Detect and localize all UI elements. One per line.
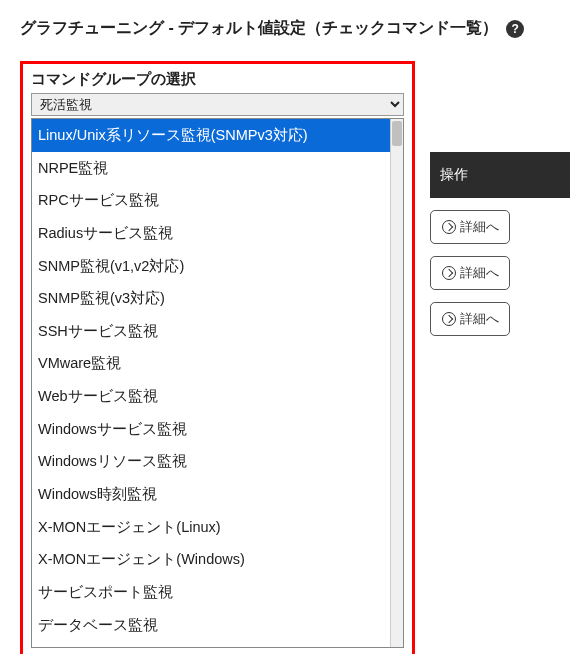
arrow-right-circle-icon <box>442 312 456 326</box>
dropdown-item[interactable]: Windows時刻監視 <box>32 478 390 511</box>
dropdown-item[interactable]: メールサービス監視 <box>32 641 390 647</box>
panel-heading: コマンドグループの選択 <box>31 70 404 89</box>
dropdown-item[interactable]: X-MONエージェント(Linux) <box>32 511 390 544</box>
dropdown-list: Linux/Unix系リソース監視(SNMPv3対応)NRPE監視RPCサービス… <box>32 119 390 647</box>
dropdown-item[interactable]: Windowsサービス監視 <box>32 413 390 446</box>
dropdown-item[interactable]: Linux/Unix系リソース監視(SNMPv3対応) <box>32 119 390 152</box>
dropdown-item[interactable]: SNMP監視(v1,v2対応) <box>32 250 390 283</box>
help-icon[interactable]: ? <box>506 20 524 38</box>
arrow-right-circle-icon <box>442 266 456 280</box>
dropdown-item[interactable]: Windowsリソース監視 <box>32 445 390 478</box>
background-table: 操作 詳細へ 詳細へ 詳細へ <box>430 152 570 336</box>
dropdown-item[interactable]: SSHサービス監視 <box>32 315 390 348</box>
page-title-row: グラフチューニング - デフォルト値設定（チェックコマンド一覧） ? <box>0 0 583 51</box>
dropdown-item[interactable]: データベース監視 <box>32 609 390 642</box>
detail-button-2[interactable]: 詳細へ <box>430 256 510 290</box>
detail-button-3[interactable]: 詳細へ <box>430 302 510 336</box>
detail-button-label: 詳細へ <box>460 264 499 282</box>
dropdown-item[interactable]: VMware監視 <box>32 347 390 380</box>
detail-button-label: 詳細へ <box>460 310 499 328</box>
dropdown-scrollbar-thumb[interactable] <box>392 121 402 146</box>
detail-button-1[interactable]: 詳細へ <box>430 210 510 244</box>
table-header-action: 操作 <box>430 152 570 198</box>
dropdown-item[interactable]: サービスポート監視 <box>32 576 390 609</box>
dropdown-item[interactable]: RPCサービス監視 <box>32 184 390 217</box>
dropdown-scrollbar[interactable] <box>390 119 403 647</box>
command-group-dropdown: Linux/Unix系リソース監視(SNMPv3対応)NRPE監視RPCサービス… <box>31 118 404 648</box>
command-group-panel: コマンドグループの選択 死活監視 Linux/Unix系リソース監視(SNMPv… <box>20 61 415 654</box>
dropdown-item[interactable]: X-MONエージェント(Windows) <box>32 543 390 576</box>
dropdown-item[interactable]: NRPE監視 <box>32 152 390 185</box>
dropdown-item[interactable]: Webサービス監視 <box>32 380 390 413</box>
page-title: グラフチューニング - デフォルト値設定（チェックコマンド一覧） <box>20 18 498 39</box>
table-header-action-label: 操作 <box>440 166 468 182</box>
command-group-select[interactable]: 死活監視 <box>31 93 404 116</box>
arrow-right-circle-icon <box>442 220 456 234</box>
dropdown-item[interactable]: Radiusサービス監視 <box>32 217 390 250</box>
dropdown-item[interactable]: SNMP監視(v3対応) <box>32 282 390 315</box>
detail-button-label: 詳細へ <box>460 218 499 236</box>
